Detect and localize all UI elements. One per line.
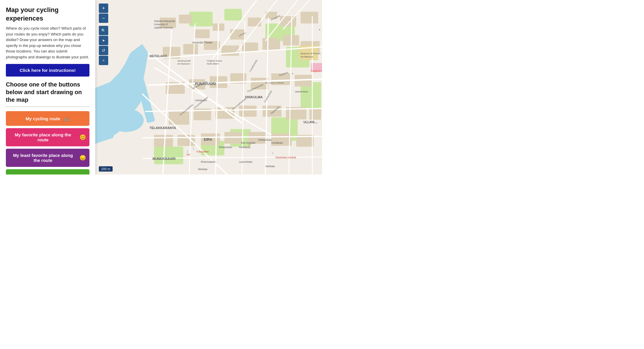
collapse-button[interactable]: « bbox=[99, 56, 108, 65]
svg-text:Il Bucatino: Il Bucatino bbox=[196, 150, 209, 153]
locate-button[interactable]: ➤ bbox=[99, 36, 108, 45]
favorite-neighborhood-icon: 🚲 bbox=[70, 173, 76, 174]
favorite-place-button[interactable]: My favorite place along the route 😊 bbox=[6, 128, 89, 146]
left-panel: Map your cycling experiences Where do yo… bbox=[0, 0, 95, 174]
svg-text:Ani: Ani bbox=[186, 153, 190, 156]
svg-text:MUNKKISAARI: MUNKKISAARI bbox=[152, 157, 175, 160]
svg-text:Tehtaankatu: Tehtaankatu bbox=[258, 138, 272, 141]
svg-text:University of: University of bbox=[154, 23, 168, 26]
zoom-out-button[interactable]: − bbox=[99, 13, 108, 23]
svg-text:Applied Sciences: Applied Sciences bbox=[154, 26, 173, 29]
svg-rect-8 bbox=[224, 9, 242, 21]
svg-text:VIISKULMA: VIISKULMA bbox=[245, 95, 263, 99]
instructions-button[interactable]: Click here for instructions! bbox=[6, 64, 89, 77]
svg-rect-26 bbox=[183, 44, 198, 54]
svg-text:Jääkärinkatu: Jääkärinkatu bbox=[295, 90, 308, 93]
svg-text:Helsinki Metropolia: Helsinki Metropolia bbox=[154, 20, 175, 23]
svg-rect-18 bbox=[195, 29, 210, 38]
least-favorite-label: My least favorite place along the route bbox=[9, 153, 77, 163]
svg-text:Merikatu: Merikatu bbox=[265, 165, 275, 168]
favorite-place-icon: 😊 bbox=[79, 134, 86, 140]
svg-rect-14 bbox=[154, 147, 183, 164]
svg-rect-46 bbox=[309, 109, 321, 120]
svg-text:Huvilakatu: Huvilakatu bbox=[271, 141, 283, 144]
favorite-neighborhood-label: Favorite neighborhood bbox=[19, 174, 67, 174]
svg-text:Ehrensvärdin...: Ehrensvärdin... bbox=[201, 160, 218, 163]
svg-text:🍴: 🍴 bbox=[271, 151, 275, 155]
svg-text:MEITALAHTI: MEITALAHTI bbox=[150, 55, 167, 58]
scale-bar: 200 m bbox=[99, 166, 113, 172]
svg-text:Museum of Finnish: Museum of Finnish bbox=[301, 52, 321, 55]
scale-label: 200 m bbox=[101, 167, 110, 171]
cycling-route-button[interactable]: My cycling route 🚲 bbox=[6, 111, 89, 126]
svg-rect-28 bbox=[221, 45, 239, 56]
svg-point-6 bbox=[109, 109, 144, 132]
svg-rect-17 bbox=[179, 15, 192, 23]
undo-button[interactable]: ↺ bbox=[99, 46, 108, 55]
svg-text:Alexander Theatre: Alexander Theatre bbox=[192, 41, 213, 44]
panel-description: Where do you cycle most often? Which par… bbox=[6, 26, 89, 60]
cycling-route-icon: 🚲 bbox=[63, 115, 70, 122]
svg-rect-43 bbox=[239, 106, 257, 117]
choose-text: Choose one of the buttons below and star… bbox=[6, 81, 89, 104]
svg-text:TELAKKARANTA: TELAKKARANTA bbox=[150, 126, 176, 130]
map-panel[interactable]: MEITALAHTI PUNAVUORI VIISKULMA TELAKKARA… bbox=[95, 0, 322, 174]
svg-text:Art Museum: Art Museum bbox=[177, 62, 190, 65]
favorite-neighborhood-button[interactable]: Favorite neighborhood 🚲 bbox=[6, 169, 89, 174]
cycling-route-label: My cycling route bbox=[26, 116, 60, 121]
svg-rect-50 bbox=[224, 132, 242, 144]
least-favorite-button[interactable]: My least favorite place along the route … bbox=[6, 149, 89, 167]
svg-text:ULLANL...: ULLANL... bbox=[304, 121, 318, 124]
svg-rect-30 bbox=[262, 38, 280, 50]
svg-text:Eira Hospital: Eira Hospital bbox=[241, 141, 255, 144]
zoom-in-button[interactable]: + bbox=[99, 4, 108, 13]
svg-rect-7 bbox=[189, 12, 213, 26]
svg-text:Laivurinkatu: Laivurinkatu bbox=[239, 160, 252, 163]
svg-text:Sinebrychoff: Sinebrychoff bbox=[177, 60, 191, 62]
dotted-divider bbox=[6, 106, 89, 107]
map-controls: + − 🔍 ➤ ↺ « bbox=[99, 4, 108, 65]
svg-text:Merikatu: Merikatu bbox=[198, 168, 208, 171]
svg-rect-48 bbox=[177, 135, 195, 146]
svg-text:Tehtaankatu: Tehtaankatu bbox=[218, 146, 232, 149]
svg-rect-40 bbox=[169, 111, 189, 125]
map-svg: MEITALAHTI PUNAVUORI VIISKULMA TELAKKARA… bbox=[95, 0, 322, 174]
svg-text:+: + bbox=[292, 72, 294, 75]
svg-text:+: + bbox=[319, 28, 321, 31]
search-button[interactable]: 🔍 bbox=[99, 26, 108, 35]
favorite-place-label: My favorite place along the route bbox=[9, 132, 77, 142]
panel-title: Map your cycling experiences bbox=[6, 6, 89, 23]
least-favorite-icon: 😞 bbox=[79, 155, 86, 161]
svg-text:Surgical Ho...: Surgical Ho... bbox=[311, 70, 322, 72]
svg-text:Ravintola Central: Ravintola Central bbox=[276, 156, 296, 159]
svg-text:🍴: 🍴 bbox=[192, 147, 196, 150]
svg-text:🍴: 🍴 bbox=[186, 150, 190, 153]
svg-text:Architecture: Architecture bbox=[301, 55, 313, 58]
svg-text:EIRA: EIRA bbox=[204, 138, 212, 142]
svg-text:St. John's Church: St. John's Church bbox=[265, 82, 284, 84]
svg-rect-24 bbox=[301, 12, 318, 23]
svg-text:Original Sokos: Original Sokos bbox=[207, 60, 222, 62]
svg-text:Hotel Albert: Hotel Albert bbox=[207, 62, 219, 65]
svg-rect-47 bbox=[154, 135, 173, 147]
svg-rect-21 bbox=[248, 18, 261, 26]
